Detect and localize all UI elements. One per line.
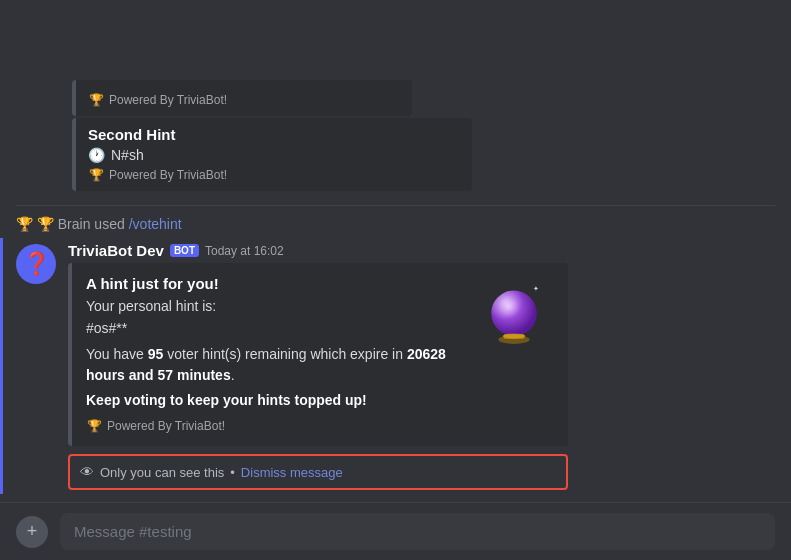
command-name: /votehint (129, 216, 182, 232)
second-hint-title: Second Hint (88, 126, 460, 143)
votes-remaining: 95 (148, 346, 164, 362)
message-row-wrapper: ❓ TriviaBot Dev BOT Today at 16:02 A hin… (0, 238, 791, 494)
system-command-line: 🏆 🏆 Brain used /votehint (0, 214, 791, 234)
message-content: TriviaBot Dev BOT Today at 16:02 A hint … (68, 242, 775, 490)
vote-desc-3: . (231, 367, 235, 383)
top-partial-embed: 🏆 Powered By TriviaBot! (72, 80, 412, 116)
vote-footer-text: Powered By TriviaBot! (107, 419, 225, 433)
add-button[interactable]: + (16, 516, 48, 548)
system-icon: 🏆 (16, 216, 33, 232)
message-divider (16, 205, 775, 206)
ephemeral-separator: • (230, 465, 235, 480)
bot-message-row: ❓ TriviaBot Dev BOT Today at 16:02 A hin… (0, 238, 791, 494)
top-partial-footer-text: Powered By TriviaBot! (109, 93, 227, 107)
vote-footer: 🏆 Powered By TriviaBot! (86, 418, 462, 434)
vote-desc-2: voter hint(s) remaining which expire in (163, 346, 407, 362)
crystal-ball-image: ✦ ✦ · (474, 275, 554, 355)
system-user: 🏆 Brain used (37, 216, 125, 232)
vote-trophy-icon: 🏆 (86, 418, 102, 434)
bot-badge: BOT (170, 244, 199, 257)
second-hint-trophy-icon: 🏆 (88, 167, 104, 183)
vote-embed-text: A hint just for you! Your personal hint … (86, 275, 462, 434)
bot-avatar: ❓ (16, 244, 56, 284)
svg-text:✦: ✦ (533, 285, 539, 292)
vote-hint-embed: A hint just for you! Your personal hint … (68, 263, 568, 446)
vote-hint-code: #os#** (86, 320, 462, 336)
vote-description: You have 95 voter hint(s) remaining whic… (86, 344, 462, 386)
bot-username: TriviaBot Dev (68, 242, 164, 259)
second-hint-footer: 🏆 Powered By TriviaBot! (88, 167, 460, 183)
message-input[interactable]: Message #testing (60, 513, 775, 550)
svg-point-5 (491, 291, 537, 337)
second-hint-footer-text: Powered By TriviaBot! (109, 168, 227, 182)
second-hint-text: N#sh (111, 147, 144, 163)
ephemeral-text: Only you can see this (100, 465, 224, 480)
second-hint-embed: Second Hint 🕐 N#sh 🏆 Powered By TriviaBo… (72, 118, 472, 191)
vote-desc-1: You have (86, 346, 148, 362)
message-timestamp: Today at 16:02 (205, 244, 284, 258)
ephemeral-notice: 👁 Only you can see this • Dismiss messag… (68, 454, 568, 490)
vote-embed-subtitle: Your personal hint is: (86, 298, 462, 314)
system-message-prefix: 🏆 🏆 Brain used (16, 216, 125, 232)
clock-icon: 🕐 (88, 147, 105, 163)
second-hint-value: 🕐 N#sh (88, 147, 460, 163)
vote-embed-inner: A hint just for you! Your personal hint … (86, 275, 554, 434)
dismiss-link[interactable]: Dismiss message (241, 465, 343, 480)
vote-cta: Keep voting to keep your hints topped up… (86, 392, 462, 408)
eye-icon: 👁 (80, 464, 94, 480)
vote-embed-title: A hint just for you! (86, 275, 462, 292)
svg-point-7 (503, 333, 526, 338)
chat-area: 🏆 Powered By TriviaBot! Second Hint 🕐 N#… (0, 0, 791, 502)
crystal-ball-svg: ✦ ✦ · (479, 280, 549, 350)
avatar-emoji: ❓ (23, 251, 50, 277)
top-section: 🏆 Powered By TriviaBot! Second Hint 🕐 N#… (0, 80, 791, 193)
trophy-icon: 🏆 (88, 92, 104, 108)
message-header: TriviaBot Dev BOT Today at 16:02 (68, 242, 775, 259)
input-area: + Message #testing (0, 502, 791, 560)
top-partial-footer: 🏆 Powered By TriviaBot! (88, 92, 400, 108)
